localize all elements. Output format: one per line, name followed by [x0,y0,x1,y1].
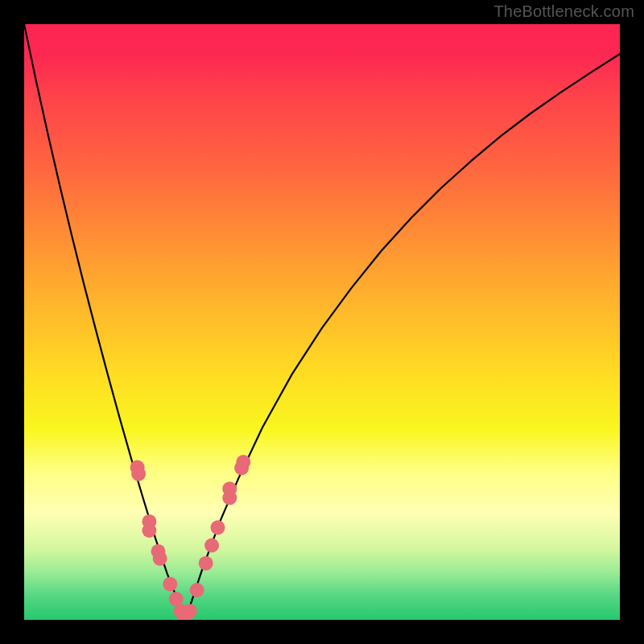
marker-point [211,520,225,535]
watermark-text: TheBottleneck.com [493,2,634,21]
marker-point [190,583,204,597]
marker-point [183,604,197,618]
marker-group [130,455,251,620]
marker-point [163,577,177,592]
marker-point [236,455,250,469]
marker-point [142,523,156,538]
marker-point [153,551,167,566]
bottleneck-curve [24,24,620,620]
chart-frame: TheBottleneck.com [0,0,644,644]
marker-point [131,467,146,481]
marker-point [199,556,213,571]
marker-point [204,539,219,553]
chart-svg [24,24,620,620]
marker-point [222,481,237,496]
